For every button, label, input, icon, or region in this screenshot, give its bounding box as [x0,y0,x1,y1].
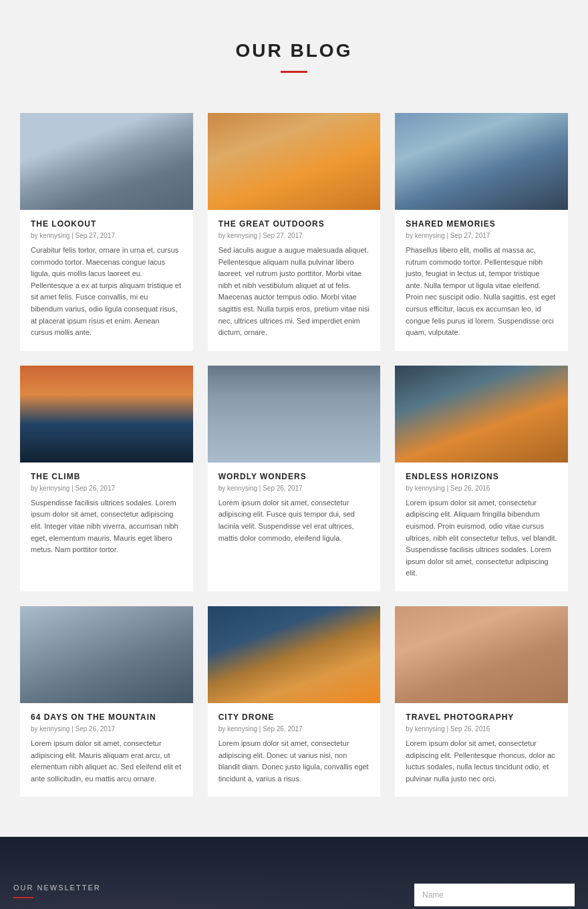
blog-card-title-travel: TRAVEL PHOTOGRAPHY [406,712,557,722]
newsletter-divider [13,897,33,898]
blog-card-body-outdoors: THE GREAT OUTDOORS by kennysing | Sep 27… [208,210,381,351]
blog-card-travel[interactable]: TRAVEL PHOTOGRAPHY by kennysing | Sep 26… [395,606,568,797]
blog-card-memories[interactable]: SHARED MEMORIES by kennysing | Sep 27, 2… [395,113,568,351]
blog-section: THE LOOKOUT by kennysing | Sep 27, 2017 … [7,100,581,837]
blog-card-title-wordly: WORDLY WONDERS [218,472,370,481]
blog-card-text-memories: Phasellus libero elit, mollis at massa a… [406,245,557,339]
blog-card-image-climb [20,366,193,463]
blog-card-image-memories [395,113,568,210]
blog-card-horizons[interactable]: ENDLESS HORIZONS by kennysing | Sep 26, … [395,366,568,592]
blog-card-meta-climb: by kennysing | Sep 26, 2017 [31,485,182,492]
blog-card-mountain[interactable]: 64 DAYS ON THE MOUNTAIN by kennysing | S… [20,606,193,797]
blog-card-body-lookout: THE LOOKOUT by kennysing | Sep 27, 2017 … [20,210,193,351]
newsletter-section: OUR NEWSLETTER KEEP IN TOUCH There are m… [0,837,588,909]
blog-card-title-memories: SHARED MEMORIES [406,219,557,229]
newsletter-label: OUR NEWSLETTER [13,884,388,892]
blog-card-meta-memories: by kennysing | Sep 27, 2017 [406,232,557,239]
blog-card-image-drone [208,606,381,703]
blog-card-image-horizons [395,366,568,463]
blog-card-body-travel: TRAVEL PHOTOGRAPHY by kennysing | Sep 26… [395,703,568,797]
newsletter-inner: OUR NEWSLETTER KEEP IN TOUCH There are m… [13,884,575,909]
blog-card-lookout[interactable]: THE LOOKOUT by kennysing | Sep 27, 2017 … [20,113,193,351]
page-title: OUR BLOG [13,40,575,61]
blog-card-text-horizons: Lorem ipsum dolor sit amet, consectetur … [406,497,557,579]
blog-card-drone[interactable]: CITY DRONE by kennysing | Sep 26, 2017 L… [208,606,381,797]
blog-card-text-drone: Lorem ipsum dolor sit amet, consectetur … [218,738,370,785]
blog-card-body-mountain: 64 DAYS ON THE MOUNTAIN by kennysing | S… [20,703,193,797]
blog-card-body-drone: CITY DRONE by kennysing | Sep 26, 2017 L… [208,703,381,797]
blog-card-image-mountain [20,606,193,703]
blog-card-wordly[interactable]: WORDLY WONDERS by kennysing | Sep 26, 20… [208,366,381,592]
blog-card-climb[interactable]: THE CLIMB by kennysing | Sep 26, 2017 Su… [20,366,193,592]
blog-card-meta-mountain: by kennysing | Sep 26, 2017 [31,725,182,733]
blog-card-meta-wordly: by kennysing | Sep 26, 2017 [218,485,370,492]
blog-card-title-mountain: 64 DAYS ON THE MOUNTAIN [31,712,182,722]
blog-card-text-wordly: Lorem ipsum dolor sit amet, consectetur … [218,497,370,544]
blog-card-title-drone: CITY DRONE [218,712,370,722]
blog-card-body-climb: THE CLIMB by kennysing | Sep 26, 2017 Su… [20,463,193,568]
blog-card-title-horizons: ENDLESS HORIZONS [406,472,557,481]
blog-card-body-memories: SHARED MEMORIES by kennysing | Sep 27, 2… [395,210,568,351]
blog-card-body-wordly: WORDLY WONDERS by kennysing | Sep 26, 20… [208,463,381,556]
blog-card-text-mountain: Lorem ipsum dolor sit amet, consectetur … [31,738,182,785]
blog-card-meta-horizons: by kennysing | Sep 26, 2016 [406,485,557,492]
blog-card-image-travel [395,606,568,703]
blog-card-meta-drone: by kennysing | Sep 26, 2017 [218,725,370,733]
blog-card-image-wordly [208,366,381,463]
blog-card-body-horizons: ENDLESS HORIZONS by kennysing | Sep 26, … [395,463,568,592]
blog-card-text-lookout: Curabitur felis tortor, ornare in urna e… [31,245,182,339]
blog-card-image-lookout [20,113,193,210]
page-header: OUR BLOG [0,0,588,100]
blog-card-text-outdoors: Sed iaculis augue a augue malesuada aliq… [218,245,370,339]
blog-card-outdoors[interactable]: THE GREAT OUTDOORS by kennysing | Sep 27… [208,113,381,351]
blog-card-text-travel: Lorem ipsum dolor sit amet, consectetur … [406,738,557,785]
blog-card-text-climb: Suspendisse facilisis ultrices sodales. … [31,497,182,556]
blog-card-meta-outdoors: by kennysing | Sep 27, 2017 [218,232,370,239]
blog-grid: THE LOOKOUT by kennysing | Sep 27, 2017 … [20,113,568,797]
blog-card-title-lookout: THE LOOKOUT [31,219,182,229]
blog-card-image-outdoors [208,113,381,210]
blog-card-title-outdoors: THE GREAT OUTDOORS [218,219,370,229]
name-input[interactable] [414,884,575,906]
title-divider [281,71,307,73]
newsletter-left: OUR NEWSLETTER KEEP IN TOUCH There are m… [13,884,388,909]
blog-card-meta-travel: by kennysing | Sep 26, 2016 [406,725,557,733]
newsletter-right: SUBSCRIBE [414,884,575,909]
blog-card-title-climb: THE CLIMB [31,472,182,481]
blog-card-meta-lookout: by kennysing | Sep 27, 2017 [31,232,182,239]
